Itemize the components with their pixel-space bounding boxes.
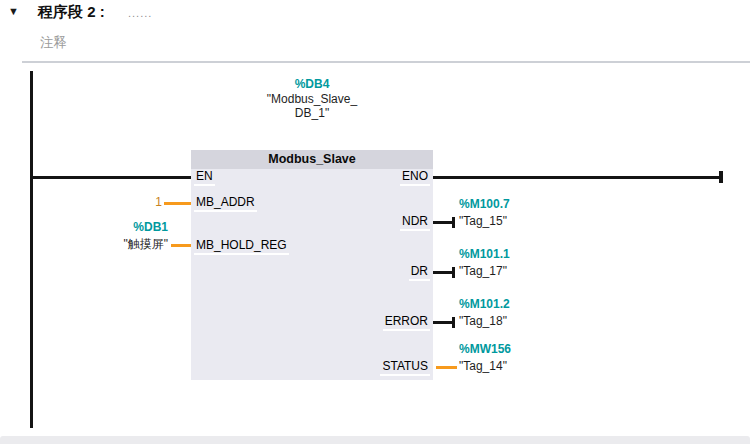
ndr-wire-terminal [452,217,455,228]
db-instance-address[interactable]: %DB4 [191,78,433,91]
dr-wire-terminal [452,267,455,278]
ndr-address[interactable]: %M100.7 [459,198,510,211]
eno-wire [433,176,722,179]
modbus-slave-function-block[interactable]: Modbus_Slave EN ENO MB_ADDR MB_HOLD_REG … [191,150,433,380]
pin-error[interactable]: ERROR [383,315,430,331]
error-address[interactable]: %M101.2 [459,298,510,311]
ndr-tag[interactable]: "Tag_15" [459,215,507,228]
mb-addr-constant[interactable]: 1 [20,196,162,209]
pin-dr[interactable]: DR [409,265,430,281]
mb-addr-wire [164,202,191,205]
error-tag[interactable]: "Tag_18" [459,315,507,328]
network-title-placeholder[interactable]: ...... [128,7,152,19]
network-bottom-edge [0,436,750,444]
db-instance-name-line1[interactable]: "Modbus_Slave_ [191,93,433,106]
status-address[interactable]: %MW156 [459,343,511,356]
block-title[interactable]: Modbus_Slave [191,150,433,169]
error-wire-terminal [452,317,455,328]
dr-address[interactable]: %M101.1 [459,248,510,261]
pin-mb-hold-reg[interactable]: MB_HOLD_REG [194,239,289,255]
mb-hold-reg-tag[interactable]: "触摸屏" [20,238,168,251]
error-wire [433,321,453,324]
mb-hold-reg-address[interactable]: %DB1 [20,221,168,234]
dr-tag[interactable]: "Tag_17" [459,265,507,278]
pin-status[interactable]: STATUS [380,360,430,376]
status-wire [436,366,457,369]
network-comment[interactable]: 注释 [40,34,67,52]
status-tag[interactable]: "Tag_14" [459,360,507,373]
eno-wire-terminal [719,171,723,183]
db-instance-name-line2[interactable]: DB_1" [191,107,433,120]
en-wire [30,176,191,179]
network-title[interactable]: 程序段 2 : [38,3,105,22]
pin-eno[interactable]: ENO [400,170,430,186]
network-editor: ▼ 程序段 2 : ...... 注释 %DB4 "Modbus_Slave_ … [0,0,750,444]
pin-ndr[interactable]: NDR [400,215,430,231]
header-separator-line [22,61,750,63]
pin-mb-addr[interactable]: MB_ADDR [194,196,257,212]
dr-wire [433,271,453,274]
pin-en[interactable]: EN [194,170,215,186]
mb-hold-reg-wire [171,244,191,247]
ndr-wire [433,221,453,224]
collapse-network-icon[interactable]: ▼ [8,5,19,17]
